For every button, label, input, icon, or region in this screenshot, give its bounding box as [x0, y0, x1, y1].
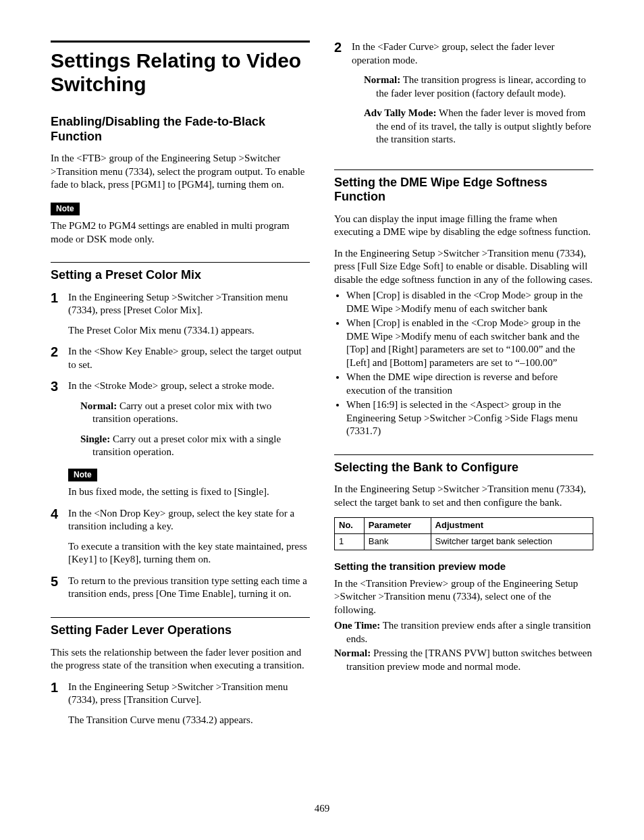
definition: Single: Carry out a preset color mix wit… [80, 433, 310, 459]
definition: One Time: The transition preview ends af… [334, 619, 593, 646]
para: You can display the input image filling … [334, 213, 593, 239]
step-text: In the <Non Drop Key> group, select the … [68, 507, 310, 533]
heading-dme: Setting the DME Wipe Edge Softness Funct… [334, 169, 593, 205]
col-no: No. [335, 518, 365, 534]
parameter-table: No. Parameter Adjustment 1 Bank Switcher… [334, 517, 593, 550]
step-number: 1 [51, 291, 68, 338]
step-text: To execute a transition with the key sta… [68, 540, 310, 567]
definition: Adv Tally Mode: When the fader lever is … [364, 107, 593, 147]
list-item: When [Crop] is disabled in the <Crop Mod… [346, 289, 593, 315]
note-badge: Note [68, 469, 97, 482]
list-item: When [Crop] is enabled in the <Crop Mode… [346, 317, 593, 369]
heading-fader: Setting Fader Lever Operations [51, 617, 310, 638]
step-text: The Preset Color Mix menu (7334.1) appea… [68, 324, 310, 338]
definition: Normal: Carry out a preset color mix wit… [80, 400, 310, 426]
definition: Normal: The transition progress is linea… [364, 74, 593, 100]
step-1: 1 In the Engineering Setup >Switcher >Tr… [51, 291, 310, 338]
para: In the Engineering Setup >Switcher >Tran… [334, 483, 593, 509]
step-text: In the Engineering Setup >Switcher >Tran… [68, 291, 310, 317]
step-5: 5 To return to the previous transition t… [51, 575, 310, 601]
step-text: To return to the previous transition typ… [68, 575, 310, 601]
step-text: In the <Show Key Enable> group, select t… [68, 345, 310, 371]
step-2: 2 In the <Fader Curve> group, select the… [334, 41, 593, 153]
note-text: In bus fixed mode, the setting is fixed … [68, 485, 310, 499]
heading-bank: Selecting the Bank to Configure [334, 454, 593, 475]
step-number: 5 [51, 575, 68, 601]
page-number: 469 [51, 802, 593, 816]
subheading-transition-preview: Setting the transition preview mode [334, 560, 593, 573]
page-title: Settings Relating to Video Switching [51, 41, 310, 96]
step-number: 2 [51, 345, 68, 371]
cell-param: Bank [364, 534, 431, 550]
step-text: The Transition Curve menu (7334.2) appea… [68, 714, 310, 727]
para: In the <FTB> group of the Engineering Se… [51, 152, 310, 192]
step-number: 1 [51, 681, 68, 727]
page-columns: Settings Relating to Video Switching Ena… [51, 41, 593, 790]
table-row: 1 Bank Switcher target bank selection [335, 534, 593, 550]
cell-adj: Switcher target bank selection [431, 534, 593, 550]
step-number: 2 [334, 41, 352, 153]
para: In the Engineering Setup >Switcher >Tran… [334, 247, 593, 287]
step-text: In the <Stroke Mode> group, select a str… [68, 379, 310, 393]
para: This sets the relationship between the f… [51, 646, 310, 673]
col-adjustment: Adjustment [431, 518, 593, 534]
heading-pcm: Setting a Preset Color Mix [51, 262, 310, 283]
cell-no: 1 [335, 534, 365, 550]
col-parameter: Parameter [364, 518, 431, 534]
bullet-list: When [Crop] is disabled in the <Crop Mod… [334, 289, 593, 438]
para: In the <Transition Preview> group of the… [334, 577, 593, 617]
note-badge: Note [51, 203, 80, 216]
list-item: When the DME wipe direction is reverse a… [346, 371, 593, 397]
step-text: In the Engineering Setup >Switcher >Tran… [68, 681, 310, 707]
step-2: 2 In the <Show Key Enable> group, select… [51, 345, 310, 371]
step-4: 4 In the <Non Drop Key> group, select th… [51, 507, 310, 567]
list-item: When [16:9] is selected in the <Aspect> … [346, 398, 593, 438]
note-text: The PGM2 to PGM4 settings are enabled in… [51, 219, 310, 246]
definition: Normal: Pressing the [TRANS PVW] button … [334, 647, 593, 673]
step-3: 3 In the <Stroke Mode> group, select a s… [51, 379, 310, 499]
step-text: In the <Fader Curve> group, select the f… [352, 41, 593, 67]
step-1: 1 In the Engineering Setup >Switcher >Tr… [51, 681, 310, 727]
step-number: 3 [51, 379, 68, 499]
step-number: 4 [51, 507, 68, 567]
heading-ftb: Enabling/Disabling the Fade-to-Black Fun… [51, 115, 310, 144]
